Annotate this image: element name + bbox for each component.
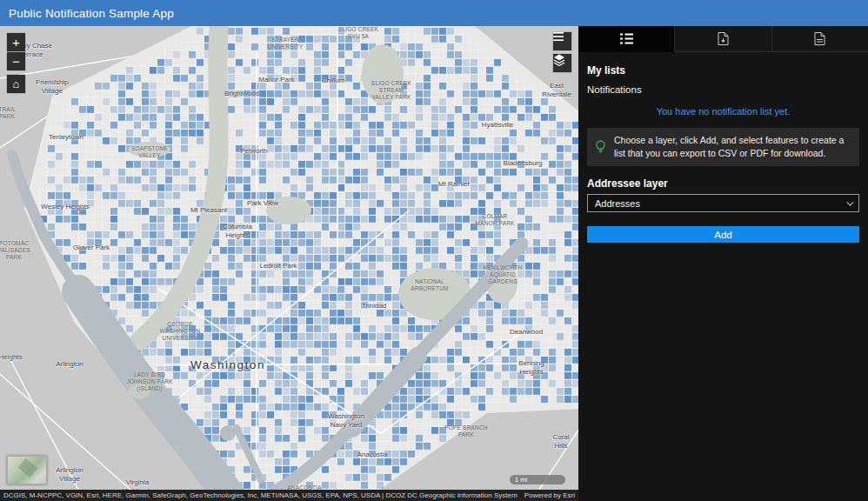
pdf-file-icon (814, 32, 825, 45)
tip-box: Choose a layer, click Add, and select fe… (587, 128, 859, 166)
addressee-layer-select[interactable]: Addresses (587, 194, 859, 212)
add-button[interactable]: Add (587, 226, 859, 243)
layers-button[interactable] (553, 54, 571, 72)
empty-list-message: You have no notification list yet. (578, 95, 868, 117)
app-title: Public Notification Sample App (9, 7, 174, 20)
side-panel: My lists Notifications You have no notif… (578, 26, 868, 501)
overview-map[interactable] (7, 456, 47, 484)
zoom-in-button[interactable]: + (7, 33, 25, 51)
map-column: Chevy Chase TerraceFriendship VillageSTR… (0, 26, 578, 501)
lightbulb-icon (595, 140, 606, 154)
my-lists-heading: My lists (578, 52, 868, 77)
map-attribution: DCGIS, M-NCPPC, VGIN, Esri, HERE, Garmin… (0, 490, 578, 501)
selected-layer-value: Addresses (595, 198, 640, 209)
attribution-text: DCGIS, M-NCPPC, VGIN, Esri, HERE, Garmin… (3, 491, 517, 499)
app-header: Public Notification Sample App (0, 0, 868, 26)
panel-tab-bar (578, 26, 868, 52)
notifications-label: Notifications (578, 77, 868, 95)
zoom-out-button[interactable]: − (7, 52, 25, 70)
csv-file-icon (718, 32, 729, 45)
notification-list-icon (620, 33, 633, 44)
tip-text: Choose a layer, click Add, and select fe… (614, 134, 851, 160)
tab-export-pdf[interactable] (772, 26, 868, 52)
tab-notification-lists[interactable] (578, 26, 675, 52)
home-button[interactable]: ⌂ (7, 75, 25, 93)
menu-button[interactable] (553, 32, 571, 50)
scale-label: 1 mi (515, 476, 527, 484)
addressee-layer-label: Addressee layer (578, 166, 868, 194)
powered-by-esri: Powered by Esri (524, 491, 575, 499)
tab-export-csv[interactable] (675, 26, 771, 52)
scale-bar: 1 mi (510, 475, 565, 484)
map-canvas[interactable] (0, 26, 578, 490)
map-view[interactable]: Chevy Chase TerraceFriendship VillageSTR… (0, 26, 578, 490)
chevron-down-icon (846, 198, 853, 205)
